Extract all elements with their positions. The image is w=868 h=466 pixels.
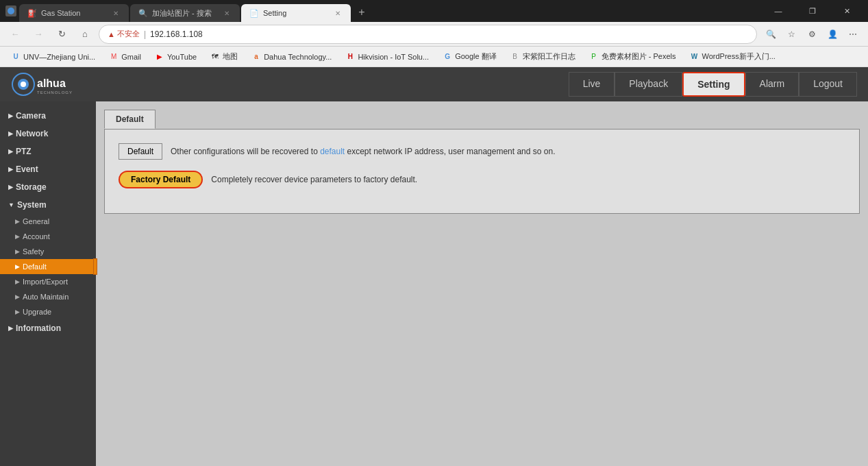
bookmark-unv[interactable]: U UNV—Zhejiang Uni... (5, 51, 101, 63)
sidebar-section-network[interactable]: ▶ Network (0, 125, 96, 143)
bookmark-unv-icon: U (11, 52, 21, 62)
search-icon[interactable]: 🔍 (761, 25, 780, 44)
sidebar-item-general-label: General (23, 217, 49, 225)
sidebar-item-auto-maintain-arrow: ▶ (15, 293, 20, 300)
bookmark-wordpress-label: WordPress新手入门... (702, 51, 775, 62)
nav-alarm[interactable]: Alarm (745, 72, 799, 97)
bookmark-youtube[interactable]: ▶ YouTube (149, 51, 202, 63)
sidebar-section-event-label: Event (16, 164, 38, 174)
settings-icon[interactable]: ⚙ (802, 25, 821, 44)
sidebar-item-upgrade-label: Upgrade (23, 308, 51, 316)
security-warning: ▲ 不安全 (108, 29, 140, 39)
svg-point-3 (21, 82, 26, 87)
sidebar-item-upgrade[interactable]: ▶ Upgrade (0, 304, 96, 319)
sidebar-section-event-arrow: ▶ (8, 166, 13, 173)
minimize-button[interactable]: — (762, 0, 794, 22)
bookmark-maps-label: 地图 (223, 51, 238, 62)
forward-button[interactable]: → (29, 25, 48, 44)
sidebar-item-safety[interactable]: ▶ Safety (0, 244, 96, 259)
bookmark-pexels-icon: P (589, 52, 599, 62)
default-button-label: Default (127, 147, 153, 156)
content-panel: Default Other configurations will be rec… (104, 129, 860, 214)
close-button[interactable]: ✕ (831, 0, 863, 22)
bookmark-gmail-icon: M (109, 52, 119, 62)
bookmark-gmail[interactable]: M Gmail (103, 51, 147, 63)
sidebar-section-camera-label: Camera (16, 111, 46, 121)
nav-setting-label: Setting (697, 79, 730, 90)
bookmark-dahua[interactable]: a Dahua Technology... (246, 51, 337, 63)
sidebar-section-system[interactable]: ▼ System (0, 196, 96, 214)
tab-search-close[interactable]: ✕ (222, 8, 232, 18)
svg-text:TECHNOLOGY: TECHNOLOGY (37, 90, 73, 95)
sidebar-section-ptz-arrow: ▶ (8, 148, 13, 155)
bookmark-diary-label: 宋紫阳工作日志 (523, 51, 575, 62)
tab-gas-station-label: Gas Station (41, 9, 107, 17)
maximize-button[interactable]: ❐ (797, 0, 828, 22)
home-button[interactable]: ⌂ (75, 25, 95, 44)
sidebar-item-general-arrow: ▶ (15, 218, 20, 225)
refresh-button[interactable]: ↻ (52, 25, 71, 44)
sidebar-section-storage[interactable]: ▶ Storage (0, 178, 96, 196)
dahua-logo-svg: alhua TECHNOLOGY (11, 72, 73, 97)
bookmark-diary[interactable]: B 宋紫阳工作日志 (505, 50, 581, 63)
sidebar-item-upgrade-arrow: ▶ (15, 308, 20, 315)
bookmark-google-translate-icon: G (443, 52, 452, 62)
tab-setting[interactable]: 📄 Setting ✕ (241, 4, 351, 22)
bookmark-wordpress[interactable]: W WordPress新手入门... (684, 50, 780, 63)
star-icon[interactable]: ☆ (782, 25, 801, 44)
bookmark-gmail-label: Gmail (121, 53, 141, 61)
sidebar-section-storage-label: Storage (16, 182, 47, 192)
nav-logout-label: Logout (813, 78, 843, 89)
address-actions: 🔍 ☆ ⚙ 👤 ⋯ (761, 25, 863, 44)
tab-search[interactable]: 🔍 加油站图片 - 搜索 ✕ (130, 4, 240, 22)
bookmark-youtube-label: YouTube (167, 53, 197, 61)
tab-setting-close[interactable]: ✕ (333, 8, 343, 18)
back-button[interactable]: ← (5, 25, 25, 44)
sidebar-item-import-export[interactable]: ▶ Import/Export (0, 274, 96, 289)
bookmark-maps[interactable]: 🗺 地图 (205, 50, 243, 63)
address-separator: | (144, 29, 146, 39)
sidebar-section-camera-arrow: ▶ (8, 112, 13, 119)
more-icon[interactable]: ⋯ (843, 25, 863, 44)
main-layout: ▶ Camera ▶ Network ▶ PTZ ▶ Event ▶ Sto (0, 101, 868, 466)
nav-playback[interactable]: Playback (615, 72, 682, 97)
tab-bar: ⛽ Gas Station ✕ 🔍 加油站图片 - 搜索 ✕ 📄 Setting… (19, 0, 760, 22)
new-tab-button[interactable]: + (352, 3, 371, 22)
content-tab-default[interactable]: Default (104, 110, 156, 129)
security-label: 不安全 (117, 29, 140, 39)
sidebar-item-default[interactable]: ▶ Default (0, 259, 96, 274)
sidebar-section-information[interactable]: ▶ Information (0, 319, 96, 337)
default-button[interactable]: Default (119, 143, 162, 160)
tab-search-icon: 🔍 (138, 9, 148, 18)
tab-gas-station[interactable]: ⛽ Gas Station ✕ (19, 4, 129, 22)
sidebar-item-default-label: Default (23, 262, 47, 271)
user-icon[interactable]: 👤 (823, 25, 842, 44)
bookmark-pexels[interactable]: P 免费素材图片 - Pexels (584, 50, 682, 63)
svg-text:alhua: alhua (37, 77, 66, 89)
sidebar-section-information-arrow: ▶ (8, 325, 13, 332)
sidebar-section-event[interactable]: ▶ Event (0, 160, 96, 178)
sidebar-item-import-export-arrow: ▶ (15, 278, 20, 285)
main-navigation: Live Playback Setting Alarm Logout (569, 72, 857, 97)
nav-setting[interactable]: Setting (682, 72, 745, 97)
address-input[interactable]: ▲ 不安全 | 192.168.1.108 (99, 25, 757, 44)
nav-logout[interactable]: Logout (799, 72, 857, 97)
tab-setting-icon: 📄 (249, 9, 259, 18)
nav-live[interactable]: Live (569, 72, 615, 97)
window-controls: — ❐ ✕ (762, 0, 863, 22)
default-row: Default Other configurations will be rec… (119, 143, 845, 160)
factory-default-button[interactable]: Factory Default (119, 171, 203, 188)
bookmark-maps-icon: 🗺 (210, 52, 220, 62)
sidebar-section-ptz[interactable]: ▶ PTZ (0, 143, 96, 160)
sidebar-section-camera[interactable]: ▶ Camera (0, 107, 96, 125)
bookmark-hikvision[interactable]: H Hikvision - IoT Solu... (340, 51, 434, 63)
sidebar-item-account[interactable]: ▶ Account (0, 229, 96, 244)
bookmarks-bar: U UNV—Zhejiang Uni... M Gmail ▶ YouTube … (0, 47, 868, 67)
tab-gas-station-close[interactable]: ✕ (111, 8, 121, 18)
sidebar-item-general[interactable]: ▶ General (0, 214, 96, 229)
title-bar: ⛽ Gas Station ✕ 🔍 加油站图片 - 搜索 ✕ 📄 Setting… (0, 0, 868, 22)
sidebar-item-auto-maintain[interactable]: ▶ Auto Maintain (0, 289, 96, 304)
bookmark-google-translate[interactable]: G Google 翻译 (437, 50, 502, 63)
bookmark-unv-label: UNV—Zhejiang Uni... (23, 53, 95, 61)
bookmark-dahua-label: Dahua Technology... (264, 53, 332, 61)
